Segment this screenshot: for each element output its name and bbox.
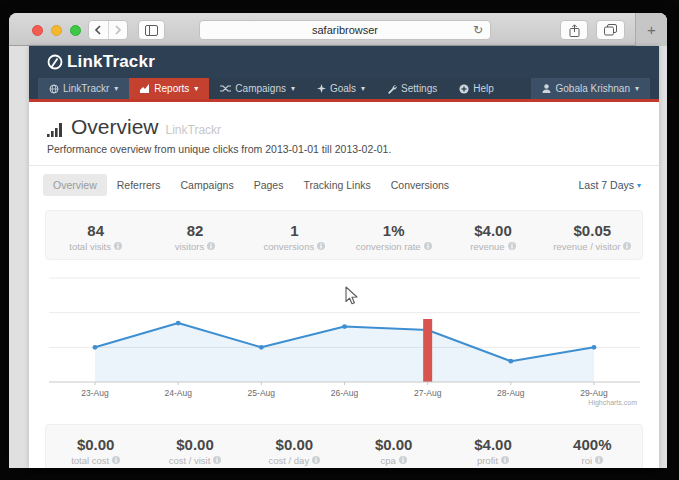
stat-visitors: 82 visitors bbox=[145, 211, 244, 259]
stat-value: 82 bbox=[187, 222, 204, 239]
reload-icon[interactable]: ↻ bbox=[473, 24, 483, 36]
info-icon[interactable] bbox=[424, 242, 432, 250]
stat-value: $0.00 bbox=[276, 436, 314, 453]
page-title: Overview bbox=[71, 115, 159, 139]
stat-value: 84 bbox=[87, 222, 104, 239]
close-window-button[interactable] bbox=[32, 25, 43, 36]
stat-total-cost: $0.00 total cost bbox=[46, 425, 145, 468]
linktrackr-logo[interactable]: LinkTrackr bbox=[46, 52, 155, 72]
url-text: safaribrowser bbox=[200, 24, 490, 36]
chart-icon bbox=[140, 84, 150, 93]
stat-label: cpa bbox=[380, 455, 395, 466]
caret-down-icon: ▾ bbox=[637, 181, 641, 190]
info-icon[interactable] bbox=[399, 456, 407, 464]
info-icon[interactable] bbox=[312, 456, 320, 464]
nav-item-help[interactable]: Help bbox=[448, 78, 505, 99]
show-tabs-button[interactable] bbox=[596, 20, 625, 40]
forward-button[interactable] bbox=[108, 21, 128, 39]
user-menu[interactable]: Gobala Krishnan ▾ bbox=[531, 78, 650, 99]
stat-value: $0.00 bbox=[176, 436, 214, 453]
stat-value: 1% bbox=[383, 222, 405, 239]
stat-label: total visits bbox=[69, 241, 111, 252]
svg-text:25-Aug: 25-Aug bbox=[248, 388, 276, 398]
caret-down-icon: ▾ bbox=[291, 85, 295, 93]
info-icon[interactable] bbox=[112, 456, 120, 464]
back-button[interactable] bbox=[89, 21, 108, 39]
date-range-dropdown[interactable]: Last 7 Days ▾ bbox=[579, 179, 641, 191]
stat-cost-per-day: $0.00 cost / day bbox=[245, 425, 344, 468]
nav-item-settings[interactable]: Settings bbox=[376, 78, 448, 99]
linktrackr-page: LinkTrackr LinkTrackr ▾ bbox=[29, 46, 659, 468]
caret-down-icon: ▾ bbox=[361, 85, 365, 93]
nav-item-linktrackr[interactable]: LinkTrackr ▾ bbox=[38, 78, 129, 99]
screenshot-root: { "browser": { "url_text": "safaribrowse… bbox=[0, 0, 679, 480]
stat-value: 1 bbox=[290, 222, 298, 239]
minimize-window-button[interactable] bbox=[51, 25, 62, 36]
tab-referrers[interactable]: Referrers bbox=[107, 174, 171, 196]
stat-label: visitors bbox=[175, 241, 205, 252]
stat-label: conversions bbox=[263, 241, 314, 252]
tabs-overview-icon bbox=[604, 24, 617, 36]
stat-label: roi bbox=[582, 455, 593, 466]
info-icon[interactable] bbox=[595, 456, 603, 464]
tab-campaigns[interactable]: Campaigns bbox=[171, 174, 244, 196]
mouse-cursor bbox=[345, 286, 358, 305]
caret-down-icon: ▾ bbox=[194, 85, 198, 93]
visits-chart: 23-Aug24-Aug25-Aug26-Aug27-Aug28-Aug29-A… bbox=[45, 264, 643, 418]
highcharts-credit[interactable]: Highcharts.com bbox=[588, 399, 637, 406]
page-subtitle: Performance overview from unique clicks … bbox=[47, 143, 641, 155]
linktrackr-logo-icon bbox=[46, 53, 64, 71]
page-title-suffix: LinkTrackr bbox=[166, 123, 222, 137]
page-heading: Overview LinkTrackr Performance overview… bbox=[29, 102, 659, 166]
stat-roi: 400% roi bbox=[543, 425, 642, 468]
stat-label: profit bbox=[477, 455, 498, 466]
stat-label: cost / day bbox=[268, 455, 309, 466]
wrench-icon bbox=[387, 84, 397, 94]
browser-window: safaribrowser ↻ + bbox=[9, 13, 667, 468]
traffic-lights bbox=[32, 25, 81, 36]
logo-text: LinkTrackr bbox=[67, 52, 155, 72]
nav-item-reports[interactable]: Reports ▾ bbox=[129, 78, 209, 99]
nav-item-campaigns[interactable]: Campaigns ▾ bbox=[209, 78, 306, 99]
info-icon[interactable] bbox=[317, 242, 325, 250]
stat-label: cost / visit bbox=[169, 455, 211, 466]
browser-toolbar: safaribrowser ↻ + bbox=[9, 13, 667, 46]
help-plus-circle-icon bbox=[459, 84, 469, 94]
stat-conversion-rate: 1% conversion rate bbox=[344, 211, 443, 259]
stat-value: $0.00 bbox=[375, 436, 413, 453]
stat-label: revenue / visitor bbox=[553, 241, 620, 252]
stat-profit: $4.00 profit bbox=[443, 425, 542, 468]
svg-text:26-Aug: 26-Aug bbox=[331, 388, 359, 398]
info-icon[interactable] bbox=[207, 242, 215, 250]
bar-chart-icon bbox=[47, 122, 64, 137]
info-icon[interactable] bbox=[623, 242, 631, 250]
tab-pages[interactable]: Pages bbox=[244, 174, 294, 196]
tab-conversions[interactable]: Conversions bbox=[381, 174, 459, 196]
address-bar[interactable]: safaribrowser ↻ bbox=[199, 20, 491, 40]
tab-tracking-links[interactable]: Tracking Links bbox=[293, 174, 380, 196]
zoom-window-button[interactable] bbox=[70, 25, 81, 36]
stat-label: conversion rate bbox=[356, 241, 421, 252]
stat-conversions: 1 conversions bbox=[245, 211, 344, 259]
stats-band-top: 84 total visits 82 visitors 1 conversion… bbox=[45, 210, 643, 260]
info-icon[interactable] bbox=[501, 456, 509, 464]
nav-label: Help bbox=[473, 83, 494, 94]
stat-cpa: $0.00 cpa bbox=[344, 425, 443, 468]
nav-item-goals[interactable]: Goals ▾ bbox=[306, 78, 376, 99]
shuffle-icon bbox=[220, 84, 231, 93]
svg-text:27-Aug: 27-Aug bbox=[414, 388, 442, 398]
sidebar-icon bbox=[145, 25, 158, 36]
info-icon[interactable] bbox=[508, 242, 516, 250]
user-icon bbox=[542, 84, 551, 93]
share-button[interactable] bbox=[560, 20, 588, 40]
history-nav-group bbox=[88, 20, 128, 40]
date-range-label: Last 7 Days bbox=[579, 179, 634, 191]
browser-viewport: LinkTrackr LinkTrackr ▾ bbox=[9, 46, 667, 468]
sidebar-toggle-button[interactable] bbox=[138, 20, 165, 40]
info-icon[interactable] bbox=[213, 456, 221, 464]
info-icon[interactable] bbox=[114, 242, 122, 250]
new-tab-button[interactable]: + bbox=[635, 13, 667, 46]
tab-overview[interactable]: Overview bbox=[43, 174, 107, 196]
stat-label: revenue bbox=[470, 241, 504, 252]
nav-label: Goals bbox=[330, 83, 356, 94]
